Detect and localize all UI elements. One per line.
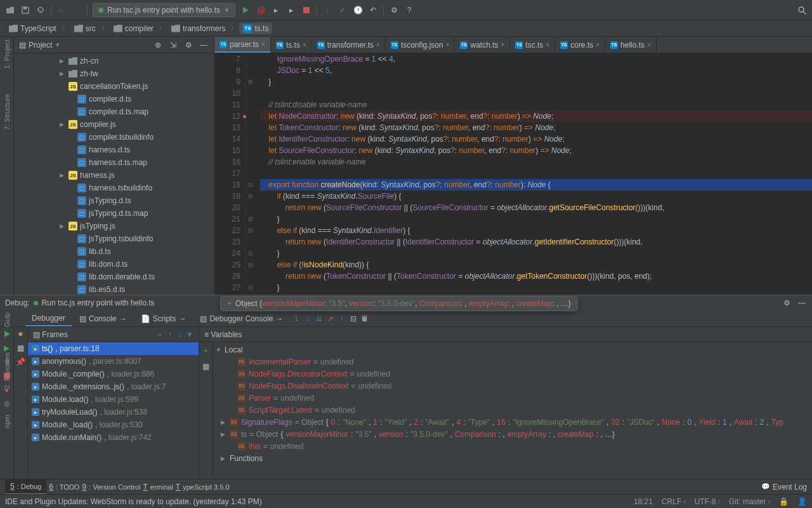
editor-tab[interactable]: TSts.ts× [271,37,312,53]
stack-frame[interactable]: ▸Module.runMain(), loader.js:742 [28,431,199,444]
tree-item[interactable]: ▶JSjsTyping.js [14,220,214,232]
bottom-tab[interactable]: 6: TODO [49,483,79,491]
variable-row[interactable]: ▶Functions [213,452,812,464]
tree-item[interactable]: ▶zh-cn [14,55,214,67]
step-out-icon[interactable]: ↗ [325,314,336,324]
debug-icon[interactable]: 🐞 [256,5,266,15]
settings-icon[interactable]: ⚙ [389,5,399,15]
back-icon[interactable]: ← [56,5,67,15]
editor-tab[interactable]: TSparser.ts× [214,37,271,53]
tree-item[interactable]: ⬚harness.d.ts [14,144,214,156]
editor-tab[interactable]: TStsc.ts× [510,37,555,53]
next-frame-icon[interactable]: ↓ [177,330,181,339]
stack-frame[interactable]: ▸ts(), parser.ts:18 [28,342,199,355]
vcs-history-icon[interactable]: 🕐 [353,5,363,15]
dropdown-icon[interactable]: → [155,330,163,339]
breadcrumb-item[interactable]: transformers [167,23,229,34]
open-icon[interactable] [5,5,15,15]
status-git[interactable]: Git: master ⦂ [729,497,770,506]
tree-item[interactable]: ▶zh-tw [14,67,214,80]
editor-tab[interactable]: TSwatch.ts× [455,37,510,53]
rail-favorites-tab[interactable]: 2: Favorites [3,352,11,389]
tab-close-icon[interactable]: × [546,41,549,48]
hide-icon[interactable]: — [199,40,209,50]
force-step-into-icon[interactable]: ⇊ [314,314,324,324]
select-target-icon[interactable]: ⊕ [153,40,163,50]
rail-gulp-tab[interactable]: Gulp [3,312,11,327]
tab-close-icon[interactable]: × [647,41,651,48]
add-watch-icon[interactable]: + [201,346,211,356]
plus-icon[interactable]: + [227,299,232,308]
variable-row[interactable]: 01NodeFlags.DecoratorContext = undefined [213,368,812,380]
editor-tab[interactable]: TScore.ts× [555,37,605,53]
tree-item[interactable]: ⬚jsTyping.tsbuildinfo [14,232,214,245]
coverage-icon[interactable]: ▸ [271,5,281,15]
variable-row[interactable]: 01Parser = undefined [213,392,812,404]
scripts-tab[interactable]: 📄 Scripts → [134,312,193,326]
pin-icon[interactable]: 📌 [16,358,25,366]
show-libs-icon[interactable]: ▦ [201,361,211,371]
run-configuration-selector[interactable]: Run tsc.js entry point with hello.ts ▼ [93,3,235,17]
hide-icon[interactable]: — [797,298,807,308]
tree-item[interactable]: ⬚jsTyping.d.ts.map [14,207,214,220]
tree-item[interactable]: ⬚lib.dom.iterable.d.ts [14,271,214,283]
tree-item[interactable]: ▶JScompiler.js [14,118,214,131]
breadcrumb-item[interactable]: TypeScript [5,23,60,34]
stack-frame[interactable]: ▸Module._extensions..js(), loader.js:7 [28,380,199,393]
status-encoding[interactable]: UTF-8 ⦂ [695,497,720,506]
tab-close-icon[interactable]: × [446,41,450,48]
debugger-console-tab[interactable]: ▤ Debugger Console → [193,312,289,326]
vcs-update-icon[interactable]: ↓ [322,5,332,15]
editor-tab[interactable]: TStsconfig.json× [386,37,455,53]
variable-row[interactable]: 01NodeFlags.DisallowInContext = undefine… [213,380,812,392]
stack-frame[interactable]: ▸tryModuleLoad(), loader.js:538 [28,406,199,418]
stack-frame[interactable]: ▸Module._compile(), loader.js:686 [28,368,199,380]
drop-frame-icon[interactable]: ⊟ [348,314,358,324]
tree-item[interactable]: ⬚lib.d.ts [14,245,214,258]
step-into-icon[interactable]: ↓ [303,314,313,324]
refresh-icon[interactable] [36,5,46,15]
rail-project-tab[interactable]: 1: Project [3,39,11,69]
tree-item[interactable]: ⬚lib.dom.d.ts [14,258,214,271]
editor-tab[interactable]: TStransformer.ts× [312,37,386,53]
step-over-icon[interactable]: ⤵ [291,314,301,324]
tree-item[interactable]: ⬚lib.es5.d.ts [14,283,214,295]
tab-close-icon[interactable]: × [303,41,306,48]
bottom-tab[interactable]: 9: Version Control [82,483,140,491]
run-to-cursor-icon[interactable]: ↑ [337,314,347,324]
tree-item[interactable]: ⬚harness.d.ts.map [14,156,214,169]
tree-item[interactable]: JScancellationToken.js [14,80,214,93]
run-icon[interactable] [240,5,251,15]
variable-row[interactable]: 01IncrementalParser = undefined [213,356,812,368]
tree-item[interactable]: ⬚compiler.d.ts [14,93,214,105]
editor-tab[interactable]: TShello.ts× [605,37,657,53]
tab-close-icon[interactable]: × [501,41,505,48]
prev-frame-icon[interactable]: ↑ [168,330,172,339]
console-tab[interactable]: ▤ Console → [73,312,133,326]
bottom-tab[interactable]: TypeScript 3.5.0 [176,483,230,491]
debug-value-tooltip[interactable]: + Object {versionMajorMinor: "3.5", vers… [220,296,578,311]
status-position[interactable]: 18:21 [634,497,653,506]
favorites-icon[interactable]: ★ [16,330,25,338]
tree-item[interactable]: ⬚jsTyping.d.ts [14,194,214,207]
tab-close-icon[interactable]: × [596,41,599,48]
breadcrumb-item[interactable]: src [70,23,100,34]
breadcrumb-item[interactable]: TSts.ts [239,23,272,34]
variable-row[interactable]: ▶01SignatureFlags = Object {0: "None", 1… [213,416,812,428]
variable-row[interactable]: ▶01ts = Object {versionMajorMinor: "3.5"… [213,428,812,440]
tab-close-icon[interactable]: × [376,41,380,48]
lock-icon[interactable]: 🔒 [779,497,789,506]
layout-icon[interactable]: ▦ [16,344,25,352]
rail-npm-tab[interactable]: npm [3,415,11,428]
search-icon[interactable] [797,5,807,15]
stack-frame[interactable]: ▸Module.load(), loader.js:599 [28,393,199,406]
sidebar-title[interactable]: ▤Project▼ [19,41,149,50]
stop-icon[interactable] [301,5,311,15]
hector-icon[interactable]: 👤 [797,497,807,506]
debugger-tab[interactable]: Debugger [25,311,72,326]
evaluate-icon[interactable]: 🖩 [360,314,370,324]
stack-frame[interactable]: ▸anonymous(), parser.ts:8007 [28,355,199,368]
help-icon[interactable]: ? [404,5,414,15]
tree-item[interactable]: ⬚compiler.tsbuildinfo [14,131,214,144]
breadcrumb-item[interactable]: compiler [110,23,157,34]
